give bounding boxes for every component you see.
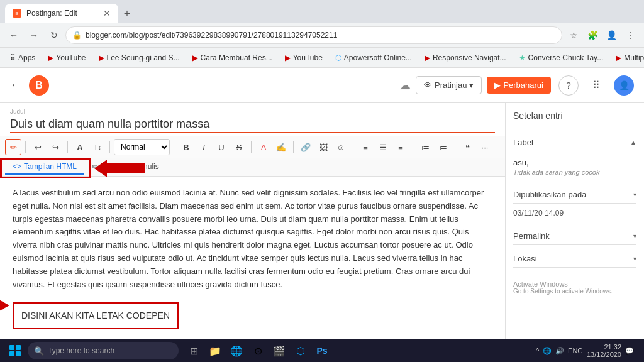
toolbar-sep-9 — [455, 141, 455, 153]
bookmark-youtube2[interactable]: ▶ YouTube — [280, 52, 328, 64]
vlc-icon: 🎬 — [273, 345, 286, 357]
undo-button[interactable]: ↩ — [30, 139, 46, 155]
html-view-label: Tampilan HTML — [24, 162, 77, 171]
bookmark-apowersoft-label: Apowersoft Online... — [344, 53, 412, 62]
edit-pencil-button[interactable]: ✏ — [5, 139, 21, 155]
highlight-button[interactable]: ✍ — [273, 139, 289, 155]
refresh-button[interactable]: ↻ — [45, 26, 63, 44]
publish-arrow-icon: ▶ — [494, 80, 501, 90]
toolbar-sep-2 — [67, 141, 68, 153]
main-content: ← B ☁ 👁 Pratinjau ▾ ▶ Perbaharui — [0, 68, 644, 339]
toolbar-sep-6 — [293, 141, 294, 153]
bookmark-converse-icon: ★ — [519, 53, 526, 62]
ordered-list-button[interactable]: ≔ — [435, 139, 451, 155]
blogger-nav: ← B ☁ 👁 Pratinjau ▾ ▶ Perbaharui — [0, 68, 644, 103]
image-button[interactable]: 🖼 — [315, 139, 331, 155]
permalink-chevron-icon: ▾ — [633, 233, 636, 239]
taskbar-tray: ^ 🌐 🔊 ENG 21:32 13/12/2020 💬 — [531, 343, 639, 358]
permalink-section: Permalink ▾ — [513, 228, 636, 245]
bold-button[interactable]: B — [178, 139, 194, 155]
underline-button[interactable]: U — [213, 139, 230, 155]
font-size-button[interactable]: T↕ — [89, 139, 106, 155]
svg-marker-1 — [0, 299, 9, 312]
file-explorer-taskbar[interactable]: 📁 — [205, 341, 225, 361]
more-button[interactable]: ··· — [477, 139, 493, 155]
align-right-button[interactable]: ≡ — [392, 139, 409, 155]
emoji-button[interactable]: ☺ — [333, 139, 349, 155]
bookmark-lee[interactable]: ▶ Lee Seung-gi and S... — [94, 52, 185, 64]
published-section-content: 03/11/20 14.09 — [513, 204, 636, 222]
notification-icon[interactable]: 💬 — [625, 347, 634, 355]
new-tab-button[interactable]: + — [118, 5, 136, 23]
link-button[interactable]: 🔗 — [297, 139, 314, 155]
html-view-tab[interactable]: <> Tampilan HTML — [5, 160, 84, 175]
chrome-taskbar[interactable]: ⊙ — [248, 341, 268, 361]
title-bar: Judul — [0, 103, 505, 136]
html-code-icon: <> — [13, 162, 21, 171]
apps-grid-button[interactable]: ⠿ — [586, 75, 606, 96]
tab-close-button[interactable]: ✕ — [103, 8, 111, 18]
profile-button[interactable]: 👤 — [602, 26, 620, 44]
editor-toolbar: ✏ ↩ ↪ A T↕ Normal Heading 1 Heading 2 — [0, 136, 505, 158]
blogger-back-button[interactable]: ← — [10, 79, 21, 92]
app5-taskbar[interactable]: ⬡ — [291, 341, 311, 361]
bookmark-multiple[interactable]: ▶ Multiple Read More... — [611, 52, 644, 64]
publish-label: Perbaharui — [503, 80, 543, 90]
unordered-list-button[interactable]: ≔ — [417, 139, 433, 155]
compose-view-tab[interactable]: ✏ Tampilan menulis — [84, 160, 167, 175]
italic-button[interactable]: I — [196, 139, 212, 155]
publish-button[interactable]: ▶ Perbaharui — [487, 77, 551, 94]
bookmark-youtube[interactable]: ▶ YouTube — [43, 52, 91, 64]
forward-button[interactable]: → — [25, 26, 43, 44]
font-color-button[interactable]: A — [255, 139, 272, 155]
location-section-header[interactable]: Lokasi ▾ — [513, 250, 636, 268]
bookmark-star-button[interactable]: ☆ — [565, 26, 582, 44]
published-date: 03/11/20 14.09 — [513, 209, 636, 217]
active-tab[interactable]: B Postingan: Edit ✕ — [5, 4, 118, 23]
redo-button[interactable]: ↪ — [47, 139, 64, 155]
address-bar[interactable]: 🔒 blogger.com/blog/post/edit/73963922983… — [65, 26, 562, 44]
view-mode-bar: <> Tampilan HTML ✏ Tampilan menulis — [0, 158, 505, 177]
preview-eye-icon: 👁 — [424, 80, 432, 90]
quote-button[interactable]: ❝ — [459, 139, 475, 155]
vlc-taskbar[interactable]: 🎬 — [269, 341, 289, 361]
start-button[interactable] — [5, 341, 25, 361]
label-section-title: Label — [513, 138, 533, 147]
menu-button[interactable]: ⋮ — [621, 26, 639, 44]
bookmark-cara[interactable]: ▶ Cara Membuat Res... — [187, 52, 277, 64]
bookmark-apps[interactable]: ⠿ Apps — [5, 52, 40, 64]
photoshop-taskbar[interactable]: Ps — [312, 341, 332, 361]
help-button[interactable]: ? — [558, 75, 579, 96]
apps-icon: ⠿ — [10, 53, 16, 62]
bookmark-responsive[interactable]: ▶ Responsive Navigat... — [419, 52, 511, 64]
strikethrough-button[interactable]: S — [231, 139, 247, 155]
align-center-button[interactable]: ☰ — [375, 139, 391, 155]
back-button[interactable]: ← — [5, 26, 23, 44]
taskview-button[interactable]: ⊞ — [184, 341, 204, 361]
bookmark-converse[interactable]: ★ Converse Chuck Tay... — [514, 52, 609, 64]
bookmark-cara-label: Cara Membuat Res... — [201, 53, 272, 62]
post-title-input[interactable] — [10, 116, 495, 133]
user-avatar[interactable]: 👤 — [614, 75, 634, 96]
label-value: asu, — [513, 156, 636, 168]
font-family-button[interactable]: A — [72, 139, 88, 155]
label-section-header[interactable]: Label ▲ — [513, 134, 636, 151]
taskbar-search[interactable]: 🔍 Type here to search — [28, 342, 179, 359]
extensions-button[interactable]: 🧩 — [584, 26, 601, 44]
permalink-section-header[interactable]: Permalink ▾ — [513, 228, 636, 245]
align-left-button[interactable]: ≡ — [357, 139, 374, 155]
editor-area: ← B ☁ 👁 Pratinjau ▾ ▶ Perbaharui — [0, 68, 644, 339]
cloud-save-icon: ☁ — [399, 79, 411, 92]
format-dropdown[interactable]: Normal Heading 1 Heading 2 — [114, 139, 170, 155]
toolbar-sep-8 — [413, 141, 413, 153]
preview-button[interactable]: 👁 Pratinjau ▾ — [416, 76, 482, 94]
activate-subtitle: Go to Settings to activate Windows. — [513, 288, 636, 295]
edge-taskbar[interactable]: 🌐 — [226, 341, 247, 361]
tray-chevron-icon[interactable]: ^ — [536, 347, 539, 354]
bookmark-apowersoft[interactable]: ⬡ Apowersoft Online... — [330, 52, 417, 64]
editor-sidebar: Setelan entri Label ▲ asu, Tidak ada sar… — [506, 103, 644, 339]
toolbar-sep-4 — [174, 141, 174, 153]
published-section: Dipublikasikan pada ▾ 03/11/20 14.09 — [513, 186, 636, 222]
editor-body[interactable]: A lacus vestibulum sed arcu non odio eui… — [0, 177, 505, 339]
published-section-header[interactable]: Dipublikasikan pada ▾ — [513, 186, 636, 204]
